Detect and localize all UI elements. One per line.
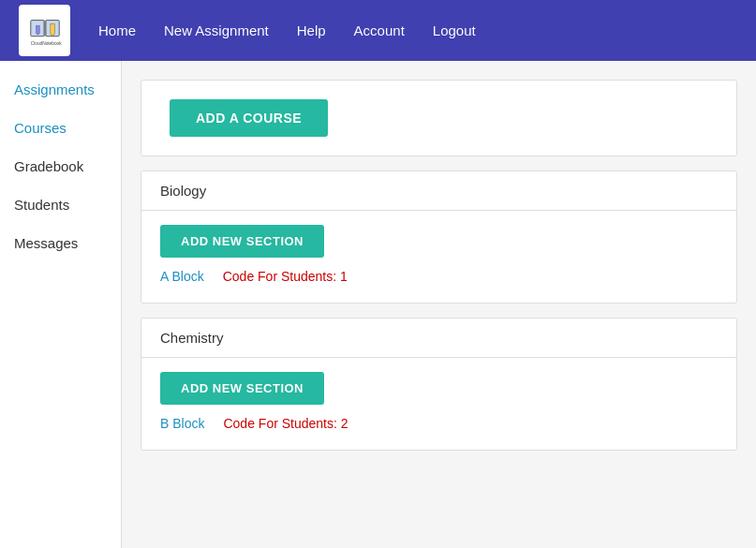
biology-course-header: Biology (141, 171, 736, 211)
add-course-box: ADD A COURSE (141, 80, 737, 156)
chemistry-course-body: ADD NEW SECTION B Block Code For Student… (141, 358, 736, 450)
chemistry-course-name: Chemistry (160, 330, 224, 346)
chemistry-code-prefix: Code For Students: (223, 416, 340, 431)
chemistry-section-code: Code For Students: 2 (223, 416, 348, 431)
logo-icon: CloudNotebook (19, 5, 70, 56)
content-area: ADD A COURSE Biology ADD NEW SECTION A B… (122, 61, 756, 548)
biology-section-a-block-link[interactable]: A Block (160, 269, 204, 284)
chemistry-course-card: Chemistry ADD NEW SECTION B Block Code F… (141, 318, 737, 451)
biology-code-value: 1 (340, 269, 348, 284)
nav-new-assignment[interactable]: New Assignment (164, 22, 269, 38)
chemistry-section-row: B Block Code For Students: 2 (160, 416, 718, 431)
sidebar-item-students[interactable]: Students (0, 185, 121, 224)
biology-section-code: Code For Students: 1 (223, 269, 348, 284)
biology-course-name: Biology (160, 183, 206, 199)
chemistry-course-header: Chemistry (141, 318, 736, 358)
main-nav: Home New Assignment Help Account Logout (98, 22, 476, 38)
sidebar-item-messages[interactable]: Messages (0, 224, 121, 262)
biology-section-row: A Block Code For Students: 1 (160, 269, 718, 284)
biology-course-card: Biology ADD NEW SECTION A Block Code For… (141, 170, 737, 304)
nav-help[interactable]: Help (297, 22, 326, 38)
chemistry-code-value: 2 (341, 416, 348, 431)
logo-image: CloudNotebook (27, 13, 63, 49)
nav-account[interactable]: Account (354, 22, 405, 38)
header: CloudNotebook Home New Assignment Help A… (0, 0, 756, 61)
sidebar-item-assignments[interactable]: Assignments (0, 70, 121, 109)
svg-text:CloudNotebook: CloudNotebook (30, 41, 61, 46)
chemistry-add-section-button[interactable]: ADD NEW SECTION (160, 372, 324, 405)
chemistry-section-b-block-link[interactable]: B Block (160, 416, 204, 431)
sidebar: Assignments Courses Gradebook Students M… (0, 61, 122, 548)
nav-logout[interactable]: Logout (433, 22, 476, 38)
biology-course-body: ADD NEW SECTION A Block Code For Student… (141, 211, 736, 303)
sidebar-item-gradebook[interactable]: Gradebook (0, 147, 121, 185)
logo-area: CloudNotebook (19, 5, 70, 56)
add-course-button[interactable]: ADD A COURSE (170, 99, 328, 137)
sidebar-item-courses[interactable]: Courses (0, 109, 121, 147)
main-layout: Assignments Courses Gradebook Students M… (0, 61, 756, 548)
biology-code-prefix: Code For Students: (223, 269, 340, 284)
biology-add-section-button[interactable]: ADD NEW SECTION (160, 225, 324, 258)
nav-home[interactable]: Home (98, 22, 136, 38)
